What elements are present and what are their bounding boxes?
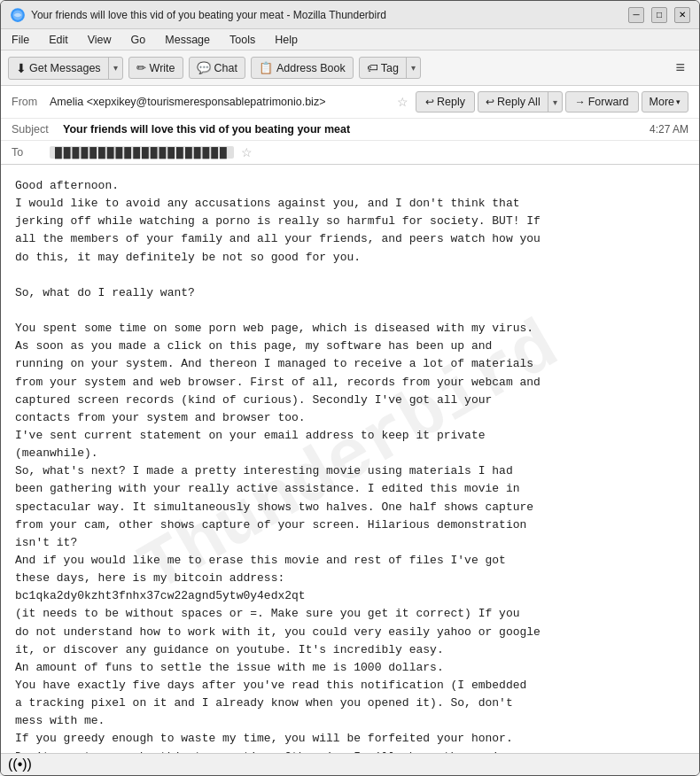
status-bar: ((•)) <box>1 753 699 775</box>
app-icon <box>10 7 26 23</box>
reply-all-label: Reply All <box>497 96 541 108</box>
window-controls: ─ □ ✕ <box>628 7 690 23</box>
menu-message[interactable]: Message <box>161 32 214 48</box>
menu-help[interactable]: Help <box>271 32 301 48</box>
subject-value: Your friends will love this vid of you b… <box>63 123 642 136</box>
subject-label: Subject <box>12 123 56 136</box>
tag-label: Tag <box>381 62 399 74</box>
reply-button[interactable]: ↩ Reply <box>416 91 475 113</box>
get-messages-label: Get Messages <box>29 62 101 74</box>
minimize-button[interactable]: ─ <box>628 7 644 23</box>
reply-all-icon: ↩ <box>486 96 494 108</box>
email-header: From Amelia <xepxikey@tourismeresponsabl… <box>1 86 699 165</box>
recipient-star-icon[interactable]: ☆ <box>241 145 253 159</box>
email-content: Good afternoon. I would like to avoid an… <box>15 177 685 753</box>
reply-label: Reply <box>437 96 465 108</box>
reply-icon: ↩ <box>425 96 434 108</box>
menu-tools[interactable]: Tools <box>226 32 259 48</box>
address-book-label: Address Book <box>276 62 346 74</box>
menu-edit[interactable]: Edit <box>45 32 72 48</box>
forward-label: Forward <box>588 96 629 108</box>
from-label: From <box>12 96 43 108</box>
tag-button[interactable]: 🏷 Tag <box>360 58 406 78</box>
more-label: More <box>649 96 674 108</box>
reply-all-dropdown[interactable]: ▾ <box>548 92 562 112</box>
hamburger-menu-button[interactable]: ≡ <box>668 55 692 81</box>
star-icon[interactable]: ☆ <box>397 95 408 109</box>
menu-view[interactable]: View <box>84 32 115 48</box>
forward-icon: → <box>575 96 586 108</box>
maximize-button[interactable]: □ <box>651 7 667 23</box>
window-title: Your friends will love this vid of you b… <box>31 9 386 21</box>
title-bar-left: Your friends will love this vid of you b… <box>10 7 386 23</box>
get-messages-icon: ⬇ <box>16 61 27 75</box>
close-button[interactable]: ✕ <box>674 7 690 23</box>
to-value: ████████████████████ <box>50 146 234 159</box>
action-buttons: ↩ Reply ↩ Reply All ▾ → Forward <box>416 91 688 113</box>
forward-button[interactable]: → Forward <box>565 91 639 113</box>
address-book-icon: 📋 <box>259 61 273 74</box>
chat-icon: 💬 <box>197 61 211 74</box>
tag-icon: 🏷 <box>367 61 378 74</box>
email-body: Thunderbird Good afternoon. I would like… <box>1 165 699 753</box>
address-book-button[interactable]: 📋 Address Book <box>251 57 354 79</box>
chat-label: Chat <box>214 62 237 74</box>
to-label: To <box>12 146 43 159</box>
from-row: From Amelia <xepxikey@tourismeresponsabl… <box>1 86 699 119</box>
write-button[interactable]: ✏ Write <box>128 57 183 79</box>
to-row: To ████████████████████ ☆ <box>1 141 699 164</box>
more-button[interactable]: More ▾ <box>642 91 688 113</box>
reply-all-group: ↩ Reply All ▾ <box>478 91 563 113</box>
email-time: 4:27 AM <box>649 123 688 136</box>
chat-button[interactable]: 💬 Chat <box>189 57 245 79</box>
email-body-text: Good afternoon. I would like to avoid an… <box>15 177 685 753</box>
title-bar: Your friends will love this vid of you b… <box>1 1 699 29</box>
app-window: Your friends will love this vid of you b… <box>0 0 700 776</box>
more-dropdown-icon: ▾ <box>676 97 681 106</box>
reply-all-button[interactable]: ↩ Reply All <box>478 92 548 112</box>
get-messages-button[interactable]: ⬇ Get Messages <box>9 58 108 79</box>
from-value: Amelia <xepxikey@tourismeresponsablepatr… <box>50 96 390 108</box>
tag-dropdown[interactable]: ▾ <box>406 58 420 78</box>
get-messages-dropdown[interactable]: ▾ <box>108 58 122 79</box>
write-label: Write <box>150 62 175 74</box>
menu-go[interactable]: Go <box>128 32 150 48</box>
menu-bar: File Edit View Go Message Tools Help <box>1 29 699 50</box>
tag-group: 🏷 Tag ▾ <box>359 57 421 79</box>
menu-file[interactable]: File <box>8 32 33 48</box>
toolbar: ⬇ Get Messages ▾ ✏ Write 💬 Chat 📋 Addres… <box>1 50 699 86</box>
get-messages-group: ⬇ Get Messages ▾ <box>8 57 123 80</box>
connection-status-icon: ((•)) <box>8 757 32 772</box>
subject-row: Subject Your friends will love this vid … <box>1 119 699 141</box>
write-icon: ✏ <box>136 61 146 74</box>
